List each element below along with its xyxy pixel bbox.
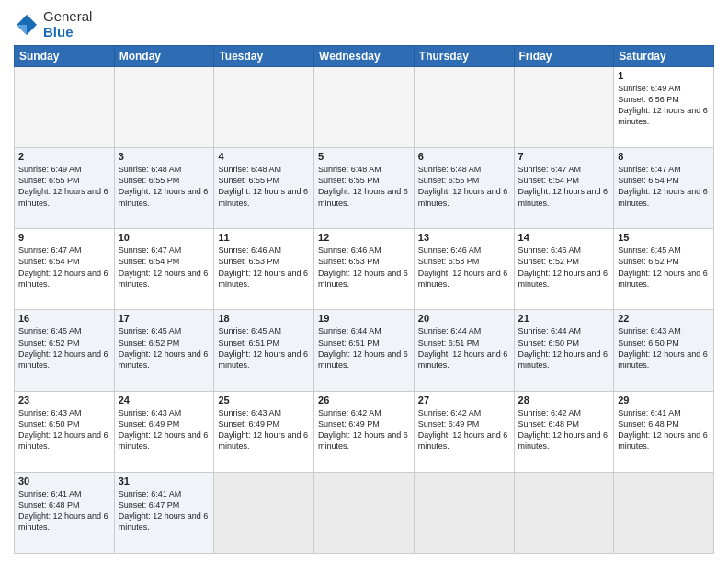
calendar-day-cell: 16Sunrise: 6:45 AMSunset: 6:52 PMDayligh… [15, 310, 115, 391]
day-info: Sunrise: 6:44 AMSunset: 6:51 PMDaylight:… [418, 326, 510, 371]
calendar-day-cell: 19Sunrise: 6:44 AMSunset: 6:51 PMDayligh… [314, 310, 415, 391]
header: General Blue [14, 9, 714, 40]
calendar-day-cell [15, 67, 115, 148]
day-info: Sunrise: 6:46 AMSunset: 6:53 PMDaylight:… [418, 245, 510, 290]
day-info: Sunrise: 6:41 AMSunset: 6:47 PMDaylight:… [119, 488, 210, 534]
day-number: 21 [518, 313, 610, 324]
calendar-day-cell: 5Sunrise: 6:48 AMSunset: 6:55 PMDaylight… [314, 148, 415, 229]
calendar-day-cell: 12Sunrise: 6:46 AMSunset: 6:53 PMDayligh… [314, 229, 415, 310]
calendar-day-cell: 10Sunrise: 6:47 AMSunset: 6:54 PMDayligh… [114, 229, 214, 310]
day-info: Sunrise: 6:48 AMSunset: 6:55 PMDaylight:… [218, 164, 310, 209]
day-info: Sunrise: 6:46 AMSunset: 6:52 PMDaylight:… [518, 245, 610, 290]
day-info: Sunrise: 6:47 AMSunset: 6:54 PMDaylight:… [119, 245, 210, 290]
calendar-day-cell: 9Sunrise: 6:47 AMSunset: 6:54 PMDaylight… [15, 229, 115, 310]
header-thursday: Thursday [414, 46, 514, 67]
day-info: Sunrise: 6:45 AMSunset: 6:52 PMDaylight:… [119, 326, 210, 371]
svg-marker-1 [27, 15, 37, 25]
calendar-header-row: Sunday Monday Tuesday Wednesday Thursday… [15, 46, 714, 67]
calendar-day-cell: 1Sunrise: 6:49 AMSunset: 6:56 PMDaylight… [614, 67, 714, 148]
calendar-day-cell: 27Sunrise: 6:42 AMSunset: 6:49 PMDayligh… [414, 391, 514, 472]
day-number: 27 [418, 395, 510, 406]
day-info: Sunrise: 6:44 AMSunset: 6:51 PMDaylight:… [318, 326, 410, 371]
calendar-day-cell [414, 472, 514, 553]
day-number: 2 [18, 151, 110, 162]
calendar-day-cell: 28Sunrise: 6:42 AMSunset: 6:48 PMDayligh… [514, 391, 614, 472]
calendar-day-cell: 18Sunrise: 6:45 AMSunset: 6:51 PMDayligh… [214, 310, 314, 391]
calendar-day-cell: 6Sunrise: 6:48 AMSunset: 6:55 PMDaylight… [414, 148, 514, 229]
logo-text: General Blue [43, 9, 92, 40]
day-number: 20 [418, 313, 510, 324]
calendar-day-cell: 29Sunrise: 6:41 AMSunset: 6:48 PMDayligh… [614, 391, 714, 472]
day-info: Sunrise: 6:45 AMSunset: 6:51 PMDaylight:… [218, 326, 310, 371]
day-number: 10 [119, 232, 210, 243]
day-info: Sunrise: 6:43 AMSunset: 6:49 PMDaylight:… [218, 408, 310, 453]
calendar-day-cell: 22Sunrise: 6:43 AMSunset: 6:50 PMDayligh… [614, 310, 714, 391]
calendar-day-cell [314, 472, 415, 553]
calendar-day-cell: 20Sunrise: 6:44 AMSunset: 6:51 PMDayligh… [414, 310, 514, 391]
calendar-week-row: 16Sunrise: 6:45 AMSunset: 6:52 PMDayligh… [15, 310, 714, 391]
calendar-day-cell: 24Sunrise: 6:43 AMSunset: 6:49 PMDayligh… [114, 391, 214, 472]
day-info: Sunrise: 6:43 AMSunset: 6:49 PMDaylight:… [119, 408, 210, 453]
day-info: Sunrise: 6:47 AMSunset: 6:54 PMDaylight:… [618, 164, 710, 209]
day-info: Sunrise: 6:47 AMSunset: 6:54 PMDaylight:… [518, 164, 610, 209]
day-number: 5 [318, 151, 410, 162]
calendar-day-cell: 25Sunrise: 6:43 AMSunset: 6:49 PMDayligh… [214, 391, 314, 472]
day-number: 3 [119, 151, 210, 162]
day-info: Sunrise: 6:41 AMSunset: 6:48 PMDaylight:… [618, 408, 710, 453]
day-info: Sunrise: 6:49 AMSunset: 6:55 PMDaylight:… [18, 164, 110, 209]
day-info: Sunrise: 6:45 AMSunset: 6:52 PMDaylight:… [18, 326, 110, 371]
calendar-day-cell: 11Sunrise: 6:46 AMSunset: 6:53 PMDayligh… [214, 229, 314, 310]
day-info: Sunrise: 6:48 AMSunset: 6:55 PMDaylight:… [318, 164, 410, 209]
day-number: 24 [119, 395, 210, 406]
calendar-week-row: 1Sunrise: 6:49 AMSunset: 6:56 PMDaylight… [15, 67, 714, 148]
day-info: Sunrise: 6:46 AMSunset: 6:53 PMDaylight:… [218, 245, 310, 290]
calendar-day-cell: 23Sunrise: 6:43 AMSunset: 6:50 PMDayligh… [15, 391, 115, 472]
day-number: 11 [218, 232, 310, 243]
calendar-day-cell: 17Sunrise: 6:45 AMSunset: 6:52 PMDayligh… [114, 310, 214, 391]
day-number: 16 [18, 313, 110, 324]
day-number: 26 [318, 395, 410, 406]
day-number: 4 [218, 151, 310, 162]
header-tuesday: Tuesday [214, 46, 314, 67]
day-info: Sunrise: 6:42 AMSunset: 6:48 PMDaylight:… [518, 408, 610, 453]
day-info: Sunrise: 6:46 AMSunset: 6:53 PMDaylight:… [318, 245, 410, 290]
day-info: Sunrise: 6:45 AMSunset: 6:52 PMDaylight:… [618, 245, 710, 290]
header-friday: Friday [514, 46, 614, 67]
svg-marker-2 [17, 25, 27, 35]
header-sunday: Sunday [15, 46, 115, 67]
calendar-day-cell: 26Sunrise: 6:42 AMSunset: 6:49 PMDayligh… [314, 391, 415, 472]
day-number: 31 [119, 476, 210, 487]
day-info: Sunrise: 6:41 AMSunset: 6:48 PMDaylight:… [18, 488, 110, 534]
day-number: 15 [618, 232, 710, 243]
day-number: 18 [218, 313, 310, 324]
page: General Blue Sunday Monday Tuesday Wedne… [0, 0, 728, 563]
calendar-day-cell: 7Sunrise: 6:47 AMSunset: 6:54 PMDaylight… [514, 148, 614, 229]
day-number: 30 [18, 476, 110, 487]
day-number: 7 [518, 151, 610, 162]
calendar-week-row: 2Sunrise: 6:49 AMSunset: 6:55 PMDaylight… [15, 148, 714, 229]
day-number: 23 [18, 395, 110, 406]
calendar-day-cell [314, 67, 415, 148]
day-number: 17 [119, 313, 210, 324]
calendar-week-row: 9Sunrise: 6:47 AMSunset: 6:54 PMDaylight… [15, 229, 714, 310]
day-number: 1 [618, 70, 710, 81]
day-number: 25 [218, 395, 310, 406]
day-info: Sunrise: 6:49 AMSunset: 6:56 PMDaylight:… [618, 83, 710, 128]
day-info: Sunrise: 6:43 AMSunset: 6:50 PMDaylight:… [618, 326, 710, 371]
calendar-day-cell: 14Sunrise: 6:46 AMSunset: 6:52 PMDayligh… [514, 229, 614, 310]
calendar-day-cell [214, 472, 314, 553]
day-info: Sunrise: 6:48 AMSunset: 6:55 PMDaylight:… [119, 164, 210, 209]
day-number: 13 [418, 232, 510, 243]
day-number: 6 [418, 151, 510, 162]
day-info: Sunrise: 6:44 AMSunset: 6:50 PMDaylight:… [518, 326, 610, 371]
calendar-day-cell: 3Sunrise: 6:48 AMSunset: 6:55 PMDaylight… [114, 148, 214, 229]
calendar-day-cell: 8Sunrise: 6:47 AMSunset: 6:54 PMDaylight… [614, 148, 714, 229]
calendar-day-cell: 15Sunrise: 6:45 AMSunset: 6:52 PMDayligh… [614, 229, 714, 310]
calendar-day-cell [514, 67, 614, 148]
day-info: Sunrise: 6:47 AMSunset: 6:54 PMDaylight:… [18, 245, 110, 290]
calendar-day-cell: 13Sunrise: 6:46 AMSunset: 6:53 PMDayligh… [414, 229, 514, 310]
day-number: 14 [518, 232, 610, 243]
calendar-week-row: 30Sunrise: 6:41 AMSunset: 6:48 PMDayligh… [15, 472, 714, 553]
calendar-day-cell [614, 472, 714, 553]
calendar-day-cell: 2Sunrise: 6:49 AMSunset: 6:55 PMDaylight… [15, 148, 115, 229]
